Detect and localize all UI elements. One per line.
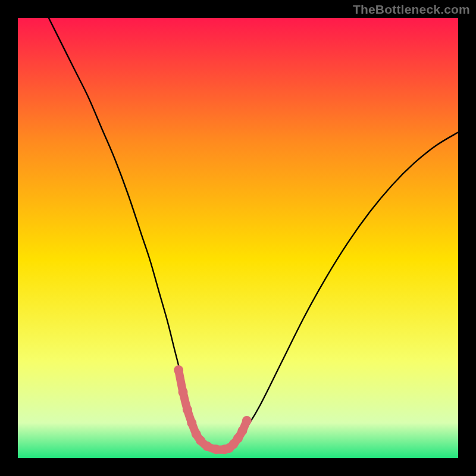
plot-area	[18, 18, 458, 458]
pink-dot	[178, 387, 188, 397]
chart-frame: TheBottleneck.com	[0, 0, 476, 476]
pink-dot	[237, 426, 247, 436]
pink-dot	[242, 416, 252, 425]
curve-layer	[18, 18, 458, 458]
pink-highlight-dots	[174, 365, 252, 454]
watermark-text: TheBottleneck.com	[353, 2, 470, 17]
pink-dot	[174, 365, 183, 375]
pink-dot	[211, 444, 221, 454]
bottleneck-curve	[49, 18, 458, 450]
pink-dot	[202, 441, 212, 451]
pink-dot	[183, 405, 192, 415]
pink-dot	[187, 418, 196, 428]
